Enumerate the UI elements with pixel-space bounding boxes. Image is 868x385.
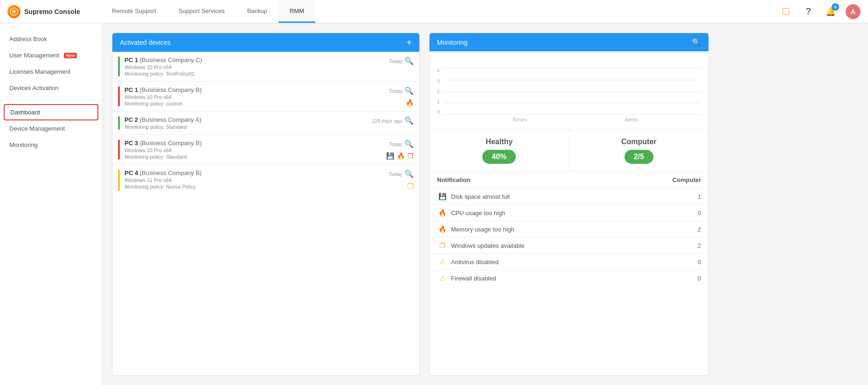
search-monitoring-icon[interactable]: 🔍	[692, 38, 701, 47]
stat-computer-value: 2/5	[625, 150, 653, 164]
main-layout: Address Book User Management New License…	[0, 23, 868, 385]
search-icon[interactable]: 🔍	[404, 116, 414, 125]
notification-badge: 0	[832, 3, 839, 11]
device-name: PC 4 (Business Company B)	[125, 169, 384, 176]
device-policy: Monitoring policy: TestPolicy02	[125, 71, 384, 77]
tab-remote-support[interactable]: Remote Support	[101, 0, 167, 23]
notif-row-disk: 💾 Disk space almost full 1	[430, 188, 708, 204]
device-name: PC 1 (Business Company B)	[125, 86, 384, 93]
memory-fire-icon: 🔥	[437, 225, 447, 233]
windows-icon: ❐	[408, 152, 414, 160]
search-icon[interactable]: 🔍	[404, 140, 414, 148]
device-company: (Business Company C)	[140, 56, 202, 63]
notif-row-antivirus: ⚠ Antivirus disabled 0	[430, 253, 708, 270]
stat-computer-label: Computer	[577, 138, 701, 146]
warning-icon: ⚠	[437, 258, 447, 266]
windows-yellow-icon: ❐	[407, 182, 414, 191]
device-company: (Business Company B)	[140, 140, 202, 147]
y-label-0: 0	[437, 110, 440, 115]
stat-healthy-label: Healthy	[437, 138, 562, 146]
device-time: 129 days ago 🔍	[372, 116, 414, 125]
chat-icon-btn[interactable]: ☐	[778, 4, 793, 19]
y-label-3: 3	[437, 78, 440, 84]
sidebar-item-user-management[interactable]: User Management New	[0, 47, 102, 63]
x-label-alerts: Alerts	[576, 117, 701, 122]
notif-count-memory: 2	[698, 226, 701, 233]
device-os: Windows 10 Pro x64	[125, 147, 382, 153]
y-label-1: 1	[437, 99, 440, 105]
tab-backup[interactable]: Backup	[236, 0, 278, 23]
sidebar-item-licenses-management[interactable]: Licenses Management	[0, 63, 102, 80]
device-time: Today 🔍	[389, 140, 414, 148]
notif-row-windows: ❐ Windows updates available 2	[430, 237, 708, 253]
search-icon[interactable]: 🔍	[404, 169, 414, 178]
device-os: Windows 10 Pro x64	[125, 64, 384, 70]
device-status-bar	[118, 140, 120, 160]
search-icon[interactable]: 🔍	[404, 86, 414, 95]
stat-healthy-value: 40%	[482, 150, 516, 164]
device-info: PC 2 (Business Company A) Monitoring pol…	[125, 116, 367, 130]
sidebar-item-devices-activation[interactable]: Devices Activation	[0, 80, 102, 96]
app-title: Supremo Console	[24, 8, 80, 15]
device-name: PC 1 (Business Company C)	[125, 56, 384, 63]
nav-right: ☐ ? 🔔 0 A	[778, 4, 861, 19]
tab-rmm[interactable]: RMM	[278, 0, 315, 23]
notification-header-label: Notification	[437, 176, 673, 183]
stats-row: Healthy 40% Computer 2/5	[430, 130, 708, 172]
notification-header: Notification Computer	[430, 172, 708, 188]
device-icons: 🔥	[406, 99, 414, 106]
device-icons: ❐	[407, 182, 414, 191]
device-right: Today 🔍 💾 🔥 ❐	[386, 140, 414, 160]
device-company: (Business Company A)	[140, 116, 201, 123]
device-os: Windows 10 Pro x64	[125, 94, 384, 100]
sidebar-item-dashboard[interactable]: Dashboard	[4, 104, 98, 120]
tab-support-services[interactable]: Support Services	[167, 0, 236, 23]
notif-count-windows: 2	[698, 242, 701, 249]
device-status-bar	[118, 116, 120, 130]
notification-header-count: Computer	[673, 176, 701, 183]
device-row: PC 4 (Business Company B) Windows 11 Pro…	[112, 165, 419, 196]
device-status-bar	[118, 86, 120, 106]
notif-count-cpu: 0	[698, 210, 701, 217]
device-status-bar	[118, 169, 120, 191]
windows-icon: ❐	[437, 242, 447, 249]
notif-row-memory: 🔥 Memory usage too high 2	[430, 221, 708, 237]
top-nav: Supremo Console Remote Support Support S…	[0, 0, 868, 23]
notif-label-antivirus: Antivirus disabled	[451, 259, 698, 266]
sidebar: Address Book User Management New License…	[0, 23, 103, 385]
x-label-errors: Errors	[450, 117, 576, 122]
stat-healthy: Healthy 40%	[430, 130, 569, 171]
device-policy: Monitoring policy: custom	[125, 101, 384, 106]
device-name: PC 3 (Business Company B)	[125, 140, 382, 147]
sidebar-divider	[0, 100, 102, 100]
device-icons: 💾 🔥 ❐	[386, 152, 414, 160]
monitoring-panel-header: Monitoring 🔍	[430, 33, 708, 51]
fire-icon: 🔥	[406, 99, 414, 106]
firewall-warning-icon: ⚠	[437, 274, 447, 282]
notification-icon-btn[interactable]: 🔔 0	[823, 4, 838, 19]
device-right: Today 🔍 ❐	[389, 169, 414, 191]
sidebar-item-address-book[interactable]: Address Book	[0, 31, 102, 47]
monitoring-panel: Monitoring 🔍 0 1 2 3 4	[429, 33, 709, 376]
notif-label-windows: Windows updates available	[451, 242, 698, 249]
new-badge: New	[64, 53, 77, 58]
notif-label-firewall: Firewall disabled	[451, 275, 698, 282]
notif-count-firewall: 0	[698, 275, 701, 282]
add-device-button[interactable]: +	[406, 38, 412, 47]
logo-area: Supremo Console	[7, 5, 101, 18]
user-avatar[interactable]: A	[846, 4, 861, 19]
device-policy: Monitoring policy: Standard	[125, 124, 367, 130]
fire-icon: 🔥	[397, 152, 405, 160]
help-icon-btn[interactable]: ?	[801, 4, 816, 19]
device-company: (Business Company B)	[140, 86, 202, 93]
svg-point-1	[12, 10, 16, 14]
device-info: PC 1 (Business Company C) Windows 10 Pro…	[125, 56, 384, 77]
device-name: PC 2 (Business Company A)	[125, 116, 367, 123]
search-icon[interactable]: 🔍	[404, 56, 414, 65]
sidebar-item-device-management[interactable]: Device Management	[0, 120, 102, 137]
notif-count-antivirus: 0	[698, 259, 701, 266]
notif-row-cpu: 🔥 CPU usage too high 0	[430, 204, 708, 221]
nav-tabs: Remote Support Support Services Backup R…	[101, 0, 778, 23]
sidebar-item-monitoring[interactable]: Monitoring	[0, 137, 102, 153]
fire-icon: 🔥	[437, 209, 447, 217]
